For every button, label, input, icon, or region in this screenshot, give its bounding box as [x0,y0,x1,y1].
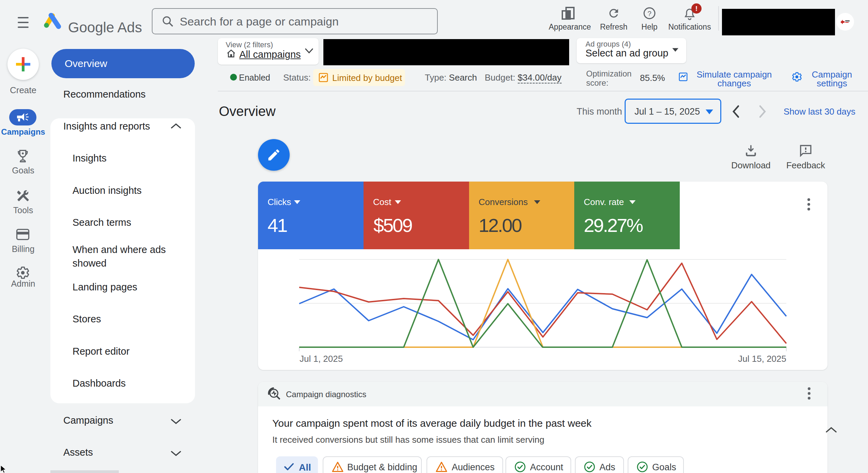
svg-text:Jul 15, 2025: Jul 15, 2025 [738,354,786,364]
svg-text:?: ? [647,10,651,17]
svg-text:Jul 1, 2025: Jul 1, 2025 [300,354,343,364]
